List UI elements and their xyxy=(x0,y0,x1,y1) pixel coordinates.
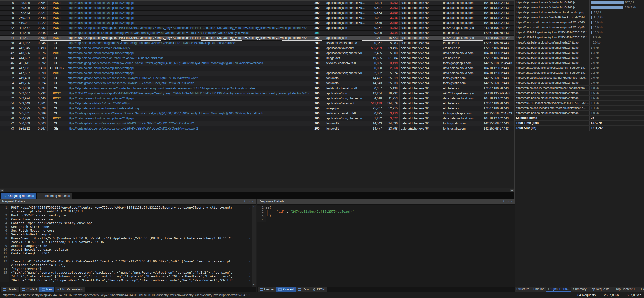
request-row[interactable]: 54419,7060,624GEThttps://fonts.gstatic.c… xyxy=(0,81,514,86)
tab-outgoing-requests[interactable]: →Outgoing requests xyxy=(1,193,36,199)
request-row[interactable]: 66585,2750,528GEThttps://efp.balena.io/i… xyxy=(0,106,514,111)
request-raw-body[interactable]: 1POST /api/4504451487301632/envelope/?se… xyxy=(0,204,256,287)
largest-request-row[interactable]: https://o95242.ingest.sentry.io/api/4504… xyxy=(515,101,644,106)
line-number: 9 xyxy=(0,244,9,248)
close-icon[interactable]: × xyxy=(511,200,513,203)
largest-request-row[interactable]: https://efp.balena.io/static/js/main.24d… xyxy=(515,0,644,5)
request-tab-raw[interactable]: Raw xyxy=(39,287,54,292)
request-row[interactable]: 840,5290,639POSThttps://data.balena-clou… xyxy=(0,6,514,11)
largest-request-row[interactable]: https://fonts.gstatic.com/s/sourcesanspr… xyxy=(515,20,644,25)
request-row[interactable]: 72586,3090,663GEThttps://fonts.gstatic.c… xyxy=(0,121,514,126)
largest-request-size: 5,0 kb xyxy=(590,40,644,45)
row-host: efp.balena.io xyxy=(442,46,482,51)
largest-request-row[interactable]: https://data.balena-cloud.com/amplitude/… xyxy=(515,40,644,45)
largest-request-row[interactable]: https://efp.balena.io/static/media/Etche… xyxy=(515,15,644,20)
request-row[interactable]: 58581,8660,394GEThttps://efp.balena.io/s… xyxy=(0,86,514,91)
request-row[interactable]: 638,8200,684POSThttps://data.balena-clou… xyxy=(0,1,514,6)
request-row[interactable]: 52419,4630,622GEThttps://fonts.gstatic.c… xyxy=(0,76,514,81)
largest-request-row[interactable]: https://o95242.ingest.sentry.io/api/4504… xyxy=(515,35,644,40)
largest-request-row[interactable]: https://fonts.googleapis.com/css2?family… xyxy=(515,70,644,75)
response-tab-content[interactable]: Content xyxy=(276,287,296,292)
request-row[interactable]: 34411,4910,559POSThttps://o95242.ingest.… xyxy=(0,36,514,41)
row-status: 200 xyxy=(309,16,325,20)
analysis-tab-structure[interactable]: Structure xyxy=(515,287,531,292)
largest-request-row[interactable]: https://data.balena-cloud.com/amplitude/… xyxy=(515,50,644,55)
request-row[interactable]: 28269,2840,648POSThttps://data.balena-cl… xyxy=(0,16,514,21)
analysis-tab-top-content-t-[interactable]: Top Content T... xyxy=(614,287,639,292)
request-vertical-scrollbar[interactable]: ▲ ▼ xyxy=(252,205,256,287)
scroll-left-icon[interactable]: ◀ xyxy=(0,189,4,192)
scroll-down-icon[interactable]: ▼ xyxy=(253,284,255,286)
largest-request-row[interactable]: https://data.balena-cloud.com/amplitude/… xyxy=(515,45,644,50)
request-tab-url-parameters[interactable]: ∞URL Parameters xyxy=(55,287,84,292)
largest-request-row[interactable]: https://fonts.gstatic.com/s/sourcesanspr… xyxy=(515,25,644,30)
size-label: 2,5 kb xyxy=(591,60,599,65)
largest-request-row[interactable]: https://fonts.googleapis.com/css2?family… xyxy=(515,65,644,70)
row-marker xyxy=(0,81,4,86)
request-row[interactable]: 50417,5870,590POSThttps://data.balena-cl… xyxy=(0,71,514,76)
largest-request-row[interactable]: https://efp.balena.io/static/js/main.24d… xyxy=(515,5,644,10)
size-bar xyxy=(591,11,592,14)
row-status: 200 xyxy=(309,11,325,15)
response-tab-header[interactable]: Header xyxy=(258,287,276,292)
largest-request-row[interactable]: https://data.balena-cloud.com/amplitude/… xyxy=(515,91,644,96)
response-json-body[interactable]: 1−{2│ "id" : "2474eb02a8ec45cf85c25754ca… xyxy=(257,204,515,287)
analysis-tab-timeline[interactable]: Timeline xyxy=(531,287,546,292)
row-response-time: 0,895 xyxy=(369,61,384,66)
largest-request-row[interactable]: https://efp.balena.io/?borderRight=false… xyxy=(515,86,644,91)
request-row[interactable]: 62582,9240,440POSThttps://data.balena-cl… xyxy=(0,96,514,101)
horizontal-scrollbar[interactable]: ◀ ▶ xyxy=(0,188,514,192)
request-row[interactable]: 30410,0211,022POSThttps://data.balena-cl… xyxy=(0,21,514,26)
collapse-icon[interactable]: − xyxy=(266,207,269,209)
request-row[interactable]: 33411,4800,445GEThttps://efp.balena.io/i… xyxy=(0,31,514,36)
largest-request-row[interactable]: https://data.balena-cloud.com/amplitude/… xyxy=(515,55,644,60)
scroll-up-icon[interactable]: ▲ xyxy=(253,205,255,208)
size-label: 2,7 kb xyxy=(591,55,599,60)
analysis-tab-summary[interactable]: Summary xyxy=(571,287,588,292)
largest-request-row[interactable]: https://data.balena-cloud.com/amplitude/… xyxy=(515,80,644,86)
tab-incoming-requests[interactable]: →Incoming requests xyxy=(37,193,72,199)
pin-icon[interactable]: ⊥ xyxy=(243,200,246,203)
largest-request-row[interactable]: https://efp.balena.io/index.html?borderR… xyxy=(515,106,644,111)
response-tab-raw[interactable]: Raw xyxy=(296,287,311,292)
request-row[interactable]: 26162,4430,421POSThttps://data.balena-cl… xyxy=(0,11,514,16)
largest-request-row[interactable]: https://efp.balena.io/images/balena-clou… xyxy=(515,10,644,15)
analysis-tab-largest-requ-[interactable]: Largest Requ... xyxy=(546,287,571,292)
request-row[interactable]: 42413,5660,576POSThttps://data.balena-cl… xyxy=(0,51,514,56)
analysis-tab-convert[interactable]: Convert xyxy=(639,287,644,292)
pin-icon[interactable]: ⊥ xyxy=(502,200,505,203)
row-process: balenaEtcher.exe *64 xyxy=(400,6,442,10)
request-tab-content[interactable]: Content xyxy=(20,287,39,292)
line-number: 4 xyxy=(0,221,9,225)
request-row[interactable]: 64583,0491,361GEThttps://efp.balena.io/s… xyxy=(0,101,514,106)
largest-request-row[interactable]: https://data.balena-cloud.com/amplitude/… xyxy=(515,60,644,65)
request-row[interactable]: 46416,6110,692GEThttps://fonts.googleapi… xyxy=(0,61,514,66)
scroll-right-icon[interactable]: ▶ xyxy=(510,189,514,192)
request-row[interactable]: 48417,1710,410OPTIONShttps://data.balena… xyxy=(0,66,514,71)
largest-request-row[interactable]: https://efp.balena.io/success-banner?bor… xyxy=(515,75,644,80)
response-tab-json[interactable]: {}JSON xyxy=(311,287,326,292)
size-bar xyxy=(591,41,591,44)
row-status: 200 xyxy=(309,81,325,86)
largest-request-row[interactable]: https://data.balena-cloud.com/amplitude/… xyxy=(515,96,644,101)
request-tab-header[interactable]: Header xyxy=(1,287,19,292)
largest-request-row[interactable]: https://o95242.ingest.sentry.io/api/4504… xyxy=(515,30,644,35)
fold-marker[interactable]: − xyxy=(266,206,269,210)
request-row[interactable]: 40412,3451,493GEThttps://efp.balena.io/s… xyxy=(0,46,514,51)
request-row[interactable]: 32411,4770,337POSThttps://o95242.ingest.… xyxy=(0,26,514,31)
row-method: GET xyxy=(48,86,66,91)
largest-request-row[interactable]: https://data.balena-cloud.com/amplitude/… xyxy=(515,111,644,116)
maximize-icon[interactable]: □ xyxy=(248,200,250,203)
request-row[interactable]: 60582,0070,732POSThttps://o95242.ingest.… xyxy=(0,91,514,96)
analysis-tab-top-requeste-[interactable]: Top Requeste... xyxy=(588,287,614,292)
close-icon[interactable]: × xyxy=(252,200,254,203)
maximize-icon[interactable]: □ xyxy=(507,200,509,203)
row-number: 28 xyxy=(4,16,16,20)
request-row[interactable]: 73586,3120,667GEThttps://fonts.gstatic.c… xyxy=(0,126,514,131)
request-row[interactable]: 44414,6270,349GEThttps://efp.balena.io/s… xyxy=(0,56,514,61)
request-row[interactable]: 70586,2290,637POSThttps://data.balena-cl… xyxy=(0,116,514,121)
request-row[interactable]: 38411,9320,346GEThttps://efp.balena.io/?… xyxy=(0,41,514,46)
request-row[interactable]: 68585,4010,689GEThttps://fonts.googleapi… xyxy=(0,111,514,116)
row-host: o95242.ingest.sentry.io xyxy=(442,36,482,40)
row-method: GET xyxy=(48,101,66,106)
